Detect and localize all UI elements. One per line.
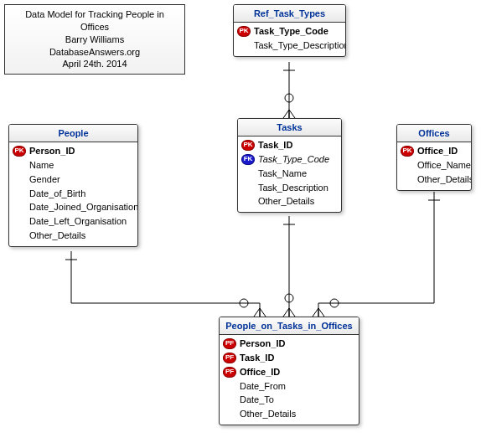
spacer-icon bbox=[241, 196, 255, 207]
attribute-name: Task_Type_Code bbox=[254, 25, 328, 38]
attribute-name: Person_ID bbox=[240, 337, 285, 350]
attribute-name: Date_From bbox=[240, 380, 286, 393]
erd-canvas: Data Model for Tracking People in Office… bbox=[0, 0, 481, 448]
attribute-name: Gender bbox=[29, 173, 60, 186]
pk-fk-icon: PF bbox=[223, 353, 236, 363]
attribute-row: Office_Name bbox=[397, 158, 471, 173]
spacer-icon bbox=[13, 216, 26, 227]
spacer-icon bbox=[223, 380, 236, 391]
spacer-icon bbox=[401, 174, 414, 185]
attribute-row: Date_From bbox=[220, 379, 359, 394]
attribute-row: PFPerson_ID bbox=[220, 337, 359, 351]
spacer-icon bbox=[13, 174, 26, 185]
attribute-name: Date_Left_Organisation bbox=[29, 215, 127, 228]
entity-title: Tasks bbox=[238, 119, 341, 136]
entity-body: PKPerson_IDNameGenderDate_of_BirthDate_J… bbox=[9, 142, 137, 246]
attribute-name: Task_Type_Code bbox=[258, 153, 329, 166]
attribute-row: Other_Details bbox=[9, 229, 137, 243]
svg-point-18 bbox=[330, 299, 339, 307]
attribute-row: Other_Details bbox=[220, 407, 359, 421]
svg-point-13 bbox=[240, 299, 248, 307]
entity-people-on-tasks-in-offices[interactable]: People_on_Tasks_in_Offices PFPerson_IDPF… bbox=[219, 317, 359, 425]
pk-fk-icon: PF bbox=[223, 367, 236, 378]
pk-fk-icon: PF bbox=[223, 338, 236, 349]
entity-tasks[interactable]: Tasks PKTask_IDFKTask_Type_CodeTask_Name… bbox=[237, 118, 342, 213]
attribute-name: Office_Name bbox=[417, 159, 471, 172]
spacer-icon bbox=[13, 230, 26, 241]
attribute-row: Task_Name bbox=[238, 167, 341, 181]
attribute-row: Date_of_Birth bbox=[9, 187, 137, 201]
spacer-icon bbox=[401, 160, 414, 171]
attribute-name: Task_Type_Description bbox=[254, 39, 346, 52]
diagram-info-box: Data Model for Tracking People in Office… bbox=[4, 4, 185, 75]
attribute-row: FKTask_Type_Code bbox=[238, 152, 341, 167]
spacer-icon bbox=[223, 394, 236, 405]
attribute-row: Other_Details bbox=[238, 194, 341, 209]
entity-body: PKOffice_IDOffice_NameOther_Details bbox=[397, 142, 471, 190]
attribute-name: Person_ID bbox=[29, 145, 75, 157]
attribute-name: Office_ID bbox=[417, 145, 458, 157]
primary-key-icon: PK bbox=[237, 26, 251, 37]
attribute-row: Task_Type_Description bbox=[234, 39, 345, 53]
spacer-icon bbox=[241, 182, 255, 193]
attribute-row: PKTask_Type_Code bbox=[234, 24, 345, 39]
svg-point-5 bbox=[285, 94, 293, 102]
attribute-name: Date_To bbox=[240, 394, 274, 406]
spacer-icon bbox=[223, 409, 236, 420]
info-author: Barry Williams bbox=[10, 33, 179, 46]
entity-ref-task-types[interactable]: Ref_Task_Types PKTask_Type_CodeTask_Type… bbox=[233, 4, 346, 57]
spacer-icon bbox=[241, 168, 255, 179]
foreign-key-icon: FK bbox=[241, 154, 255, 165]
attribute-name: Task_Name bbox=[258, 167, 307, 180]
primary-key-icon: PK bbox=[241, 140, 255, 151]
attribute-name: Other_Details bbox=[258, 195, 314, 208]
attribute-row: Date_Left_Organisation bbox=[9, 214, 137, 229]
attribute-row: Gender bbox=[9, 173, 137, 187]
attribute-name: Other_Details bbox=[417, 173, 472, 186]
svg-point-8 bbox=[285, 294, 293, 302]
attribute-row: PKPerson_ID bbox=[9, 144, 137, 158]
attribute-name: Task_Description bbox=[258, 182, 328, 194]
attribute-name: Date_Joined_Organisation bbox=[29, 201, 138, 214]
entity-title: People bbox=[9, 125, 137, 142]
attribute-name: Other_Details bbox=[240, 408, 296, 420]
attribute-row: Other_Details bbox=[397, 173, 471, 187]
attribute-row: Name bbox=[9, 158, 137, 173]
spacer-icon bbox=[13, 188, 26, 198]
attribute-row: PFTask_ID bbox=[220, 351, 359, 365]
entity-body: PKTask_IDFKTask_Type_CodeTask_NameTask_D… bbox=[238, 136, 341, 212]
attribute-name: Task_ID bbox=[240, 352, 274, 364]
info-date: April 24th. 2014 bbox=[10, 58, 179, 70]
attribute-row: PFOffice_ID bbox=[220, 365, 359, 379]
spacer-icon bbox=[237, 40, 251, 51]
attribute-row: Date_To bbox=[220, 393, 359, 407]
primary-key-icon: PK bbox=[13, 146, 26, 157]
attribute-name: Task_ID bbox=[258, 139, 292, 152]
spacer-icon bbox=[13, 202, 26, 213]
attribute-row: Task_Description bbox=[238, 181, 341, 195]
entity-title: People_on_Tasks_in_Offices bbox=[220, 317, 359, 335]
entity-body: PFPerson_IDPFTask_IDPFOffice_IDDate_From… bbox=[220, 335, 359, 425]
attribute-row: PKOffice_ID bbox=[397, 144, 471, 158]
attribute-name: Other_Details bbox=[29, 229, 85, 242]
attribute-name: Date_of_Birth bbox=[29, 188, 85, 200]
info-title: Data Model for Tracking People in Office… bbox=[10, 8, 179, 33]
entity-people[interactable]: People PKPerson_IDNameGenderDate_of_Birt… bbox=[8, 124, 138, 247]
attribute-row: PKTask_ID bbox=[238, 138, 341, 152]
entity-title: Offices bbox=[397, 125, 471, 142]
spacer-icon bbox=[13, 160, 26, 171]
entity-body: PKTask_Type_CodeTask_Type_Description bbox=[234, 23, 345, 56]
entity-title: Ref_Task_Types bbox=[234, 5, 345, 23]
attribute-name: Name bbox=[29, 159, 54, 172]
primary-key-icon: PK bbox=[401, 146, 414, 157]
attribute-row: Date_Joined_Organisation bbox=[9, 200, 137, 214]
info-source: DatabaseAnswers.org bbox=[10, 46, 179, 59]
entity-offices[interactable]: Offices PKOffice_IDOffice_NameOther_Deta… bbox=[396, 124, 472, 191]
attribute-name: Office_ID bbox=[240, 366, 280, 378]
